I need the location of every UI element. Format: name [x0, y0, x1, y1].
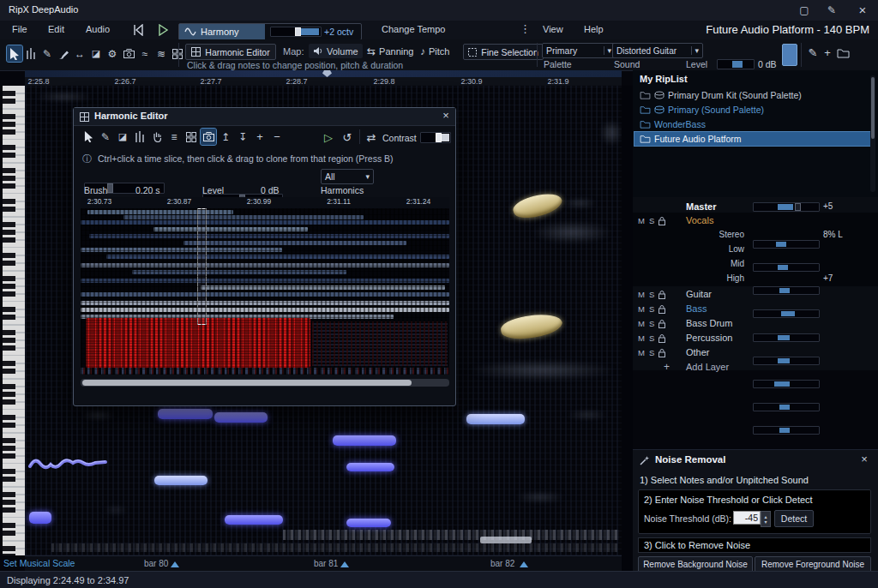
wave-tool-icon[interactable]: ≋: [153, 45, 169, 62]
pencil-tool-icon[interactable]: ✎: [39, 45, 55, 62]
menu-view[interactable]: View: [543, 24, 563, 34]
editor-harmonics-icon[interactable]: [132, 129, 147, 145]
bar-marker[interactable]: [520, 561, 528, 567]
editor-draw-icon[interactable]: ✎: [98, 129, 113, 145]
clone-tool-icon[interactable]: [121, 45, 136, 62]
layer-label[interactable]: Percussion: [686, 333, 732, 343]
unpitched-noise-band[interactable]: [51, 543, 617, 552]
add-layer-button[interactable]: Add Layer: [686, 362, 729, 372]
editor-play-icon[interactable]: ▷: [321, 129, 336, 145]
note[interactable]: [346, 519, 391, 527]
mute-button[interactable]: M: [638, 348, 645, 357]
change-tempo[interactable]: Change Tempo: [382, 24, 445, 34]
editor-undo-icon[interactable]: ↺: [340, 129, 355, 145]
detect-button[interactable]: Detect: [774, 510, 814, 527]
mid-slider[interactable]: [753, 286, 820, 295]
close-icon[interactable]: ×: [857, 453, 871, 465]
stereo-slider[interactable]: [753, 240, 820, 249]
editor-rows-icon[interactable]: ≡: [166, 129, 182, 145]
window-maximize-icon[interactable]: ▢: [796, 3, 813, 18]
master-slider[interactable]: [753, 202, 820, 212]
editor-hand-icon[interactable]: [149, 129, 165, 145]
harmonic-editor-toggle[interactable]: Harmonic Editor: [185, 44, 276, 60]
note[interactable]: [158, 409, 213, 419]
map-pitch[interactable]: ♪ Pitch: [417, 44, 453, 58]
levels-tool-icon[interactable]: [23, 45, 39, 62]
layer-color-swatch[interactable]: [782, 44, 797, 66]
note[interactable]: [466, 414, 525, 424]
editor-title-bar[interactable]: Harmonic Editor ×: [74, 108, 455, 126]
curve-tool-icon[interactable]: ≈: [137, 45, 153, 62]
tiles-tool-icon[interactable]: [170, 45, 185, 62]
layer-label[interactable]: Other: [686, 347, 710, 357]
timeline-ruler[interactable]: 2:25.8 2:26.7 2:27.7 2:28.7 2:29.8 2:30.…: [25, 77, 622, 86]
lock-icon[interactable]: [658, 334, 665, 343]
unpitched-noise-band[interactable]: [283, 530, 619, 540]
layer-slider[interactable]: [753, 357, 820, 365]
eraser-tool-icon[interactable]: ◪: [88, 45, 104, 62]
note-highlighted[interactable]: [511, 189, 564, 222]
riplist-item[interactable]: Primary Drum Kit (Sound Palette): [634, 88, 875, 102]
mute-button[interactable]: M: [638, 304, 645, 314]
mute-button[interactable]: M: [638, 290, 645, 299]
map-panning[interactable]: ⇆ Panning: [364, 44, 417, 58]
add-palette-icon[interactable]: +: [821, 46, 833, 59]
move-tool-icon[interactable]: ↔: [72, 45, 87, 62]
note-pitch-curve[interactable]: [28, 453, 107, 475]
high-slider[interactable]: [753, 309, 820, 318]
overview-strip[interactable]: [25, 70, 622, 77]
fine-selection-toggle[interactable]: Fine Selection: [463, 44, 544, 60]
play-icon[interactable]: [157, 24, 169, 36]
note[interactable]: [225, 515, 283, 525]
layer-slider[interactable]: [753, 333, 820, 342]
lock-icon[interactable]: [658, 349, 665, 357]
open-folder-icon[interactable]: [837, 48, 850, 58]
spin-down-icon[interactable]: ▾: [764, 519, 767, 525]
harmonics-dropdown[interactable]: All ▾: [321, 169, 374, 184]
window-edit-icon[interactable]: ✎: [823, 3, 840, 18]
harmony-slider[interactable]: [270, 27, 322, 37]
layer-label[interactable]: Bass Drum: [686, 318, 732, 328]
solo-button[interactable]: S: [649, 333, 654, 343]
harmonic-editor-window[interactable]: Harmonic Editor × ✎ ◪ ≡ ↥ ↧: [73, 107, 456, 406]
bar-marker[interactable]: [340, 561, 349, 567]
editor-hscrollbar[interactable]: [81, 379, 449, 387]
note[interactable]: [214, 412, 268, 423]
solo-button[interactable]: S: [649, 216, 654, 225]
menu-file[interactable]: File: [12, 24, 27, 34]
note[interactable]: [333, 435, 396, 446]
note-highlighted[interactable]: [499, 311, 563, 343]
window-close-icon[interactable]: ×: [854, 2, 871, 18]
editor-ruler[interactable]: 2:30.73 2:30.87 2:30.99 2:31.11 2:31.24: [81, 197, 449, 208]
select-tool-icon[interactable]: [7, 45, 22, 62]
solo-button[interactable]: S: [649, 319, 654, 328]
layer-slider[interactable]: [753, 403, 820, 411]
threshold-spinner[interactable]: ▴ ▾: [761, 511, 771, 527]
lock-icon[interactable]: [658, 217, 665, 225]
riplist-item[interactable]: WonderBass: [634, 117, 875, 131]
level-slider[interactable]: [717, 59, 755, 69]
settings-tool-icon[interactable]: ⚙: [105, 45, 120, 62]
low-slider[interactable]: [753, 263, 820, 272]
layer-slider[interactable]: [753, 426, 820, 435]
brush-tool-icon[interactable]: [56, 45, 71, 62]
note[interactable]: [346, 463, 394, 471]
editor-shift-up-icon[interactable]: ↥: [218, 129, 233, 145]
contrast-slider[interactable]: [420, 132, 451, 143]
bar-ruler[interactable]: bar 80 bar 81 bar 82: [25, 555, 622, 572]
add-layer-plus-icon[interactable]: +: [664, 361, 670, 373]
editor-loop-icon[interactable]: ⇄: [364, 129, 379, 145]
set-musical-scale-link[interactable]: Set Musical Scale: [3, 558, 75, 568]
skip-start-icon[interactable]: [131, 24, 145, 36]
palette-dropdown[interactable]: Primary ▾: [542, 43, 616, 58]
editor-clone-stamp-icon[interactable]: [201, 129, 216, 145]
threshold-input[interactable]: [733, 511, 761, 525]
menu-help[interactable]: Help: [584, 24, 604, 34]
mute-button[interactable]: M: [638, 319, 645, 328]
lock-icon[interactable]: [658, 291, 665, 299]
riplist-item-selected[interactable]: Future Audio Platform: [634, 132, 875, 146]
edit-palette-icon[interactable]: ✎: [806, 46, 820, 59]
editor-spectrogram[interactable]: [81, 208, 449, 375]
sound-dropdown[interactable]: Distorted Guitar ▾: [612, 43, 703, 58]
editor-minus-icon[interactable]: −: [269, 129, 285, 145]
